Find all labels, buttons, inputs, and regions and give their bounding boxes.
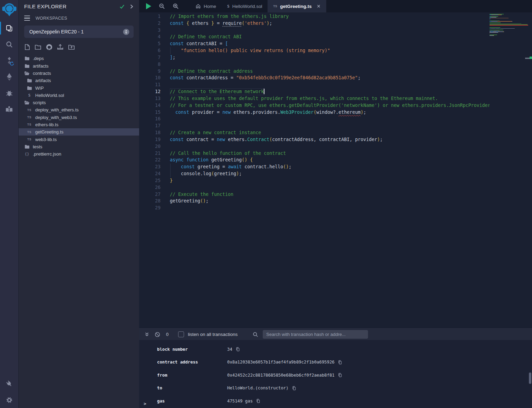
tree-item-wip[interactable]: WIP: [19, 84, 139, 91]
terminal-search-input[interactable]: [263, 330, 368, 339]
check-icon[interactable]: [119, 4, 125, 9]
zoom-in-icon[interactable]: [173, 3, 179, 9]
new-file-icon[interactable]: [25, 44, 30, 50]
line-number[interactable]: 24: [139, 170, 170, 177]
code-line-20[interactable]: 20: [139, 143, 532, 150]
code-line-28[interactable]: 28getGreeting();: [139, 198, 532, 205]
debugger-icon[interactable]: [0, 85, 18, 101]
terminal-scrollbar[interactable]: [529, 372, 531, 384]
code-editor[interactable]: 1// Import ethers from the ethers.js lib…: [139, 12, 532, 329]
code-line-17[interactable]: 17: [139, 122, 532, 129]
line-number[interactable]: 26: [139, 184, 170, 191]
code-line-10[interactable]: 10const contractAddress = "0xb54febb5c0c…: [139, 74, 532, 81]
line-number[interactable]: 20: [139, 143, 170, 150]
zoom-out-icon[interactable]: [159, 3, 165, 9]
tab-home[interactable]: Home: [190, 0, 222, 12]
tree-item-tests[interactable]: tests: [19, 143, 139, 150]
code-line-11[interactable]: 11: [139, 81, 532, 88]
terminal-prompt[interactable]: >: [144, 401, 146, 406]
run-script-button[interactable]: [146, 3, 151, 9]
upload-folder-icon[interactable]: [68, 44, 75, 50]
tree-item-contracts[interactable]: contracts: [19, 70, 139, 77]
search-icon[interactable]: [0, 36, 18, 52]
line-number[interactable]: 17: [139, 122, 170, 129]
code-line-16[interactable]: 16: [139, 116, 532, 122]
code-line-8[interactable]: 8: [139, 61, 532, 68]
line-number[interactable]: 2: [139, 20, 170, 27]
copy-icon[interactable]: [256, 398, 261, 404]
line-number[interactable]: 21: [139, 150, 170, 157]
line-number[interactable]: 3: [139, 27, 170, 34]
learn-icon[interactable]: [0, 101, 18, 117]
tree-item-artifacts[interactable]: artifacts: [19, 77, 139, 84]
line-number[interactable]: 13: [139, 95, 170, 102]
line-number[interactable]: 12: [139, 88, 170, 95]
line-number[interactable]: 1: [139, 13, 170, 20]
line-number[interactable]: 9: [139, 68, 170, 75]
line-number[interactable]: 8: [139, 61, 170, 68]
line-number[interactable]: 28: [139, 198, 170, 205]
line-number[interactable]: 22: [139, 157, 170, 163]
line-number[interactable]: 29: [139, 205, 170, 211]
code-line-4[interactable]: 4// Define the contract ABI: [139, 33, 532, 40]
code-line-5[interactable]: 5const contractABI = [: [139, 40, 532, 47]
new-folder-icon[interactable]: [35, 44, 41, 50]
line-number[interactable]: 14: [139, 102, 170, 109]
code-line-13[interactable]: 13// This example uses the default provi…: [139, 95, 532, 102]
line-number[interactable]: 10: [139, 74, 170, 81]
code-line-24[interactable]: 24 console.log(greeting);: [139, 170, 532, 177]
line-number[interactable]: 23: [139, 163, 170, 170]
code-line-7[interactable]: 7];: [139, 54, 532, 61]
tree-item-getgreeting-ts[interactable]: TSgetGreeting.ts: [19, 128, 139, 136]
tab-helloworld-sol[interactable]: S HelloWorld.sol: [222, 0, 268, 12]
line-number[interactable]: 27: [139, 191, 170, 198]
workspaces-menu-icon[interactable]: [24, 16, 30, 21]
code-line-25[interactable]: 25}: [139, 177, 532, 184]
copy-icon[interactable]: [338, 372, 342, 378]
close-tab-icon[interactable]: [317, 4, 321, 8]
tree-item-deploy-with-ethers-ts[interactable]: TSdeploy_with_ethers.ts: [19, 106, 139, 113]
settings-icon[interactable]: [0, 392, 18, 408]
code-line-12[interactable]: 12// Connect to the Ethereum network: [139, 88, 532, 95]
code-line-1[interactable]: 1// Import ethers from the ethers.js lib…: [139, 13, 532, 20]
tree-item-web3-lib-ts[interactable]: TSweb3-lib.ts: [19, 136, 139, 143]
line-number[interactable]: 11: [139, 81, 170, 88]
tab-getgreeting-ts[interactable]: TS getGreeting.ts: [268, 0, 326, 12]
line-number[interactable]: 15: [139, 109, 170, 116]
tree-item-deploy-with-web3-ts[interactable]: TSdeploy_with_web3.ts: [19, 114, 139, 121]
code-line-27[interactable]: 27// Execute the function: [139, 191, 532, 198]
collapse-terminal-icon[interactable]: [144, 332, 149, 337]
code-line-19[interactable]: 19const contract = new ethers.Contract(c…: [139, 136, 532, 143]
code-line-18[interactable]: 18// Create a new contract instance: [139, 129, 532, 136]
line-number[interactable]: 5: [139, 40, 170, 47]
copy-icon[interactable]: [292, 386, 297, 391]
copy-icon[interactable]: [235, 347, 240, 352]
remix-logo-icon[interactable]: [0, 0, 18, 20]
github-icon[interactable]: [46, 44, 52, 50]
copy-icon[interactable]: [338, 360, 342, 365]
code-line-6[interactable]: 6 "function hello() public view returns …: [139, 47, 532, 54]
tree-item--deps[interactable]: .deps: [19, 55, 139, 62]
deploy-run-icon[interactable]: [0, 69, 18, 85]
line-number[interactable]: 4: [139, 33, 170, 40]
line-number[interactable]: 7: [139, 54, 170, 61]
workspace-select[interactable]: OpenZeppelin ERC20 - 1: [24, 26, 134, 38]
tree-item--prettierrc-json[interactable]: {}.prettierrc.json: [19, 150, 139, 158]
file-explorer-icon[interactable]: [0, 20, 18, 36]
line-number[interactable]: 25: [139, 177, 170, 184]
code-line-26[interactable]: 26: [139, 184, 532, 191]
chevron-right-icon[interactable]: [129, 4, 134, 9]
upload-file-icon[interactable]: [57, 44, 64, 50]
line-number[interactable]: 6: [139, 47, 170, 54]
code-line-29[interactable]: 29: [139, 205, 532, 211]
tree-item-helloworld-sol[interactable]: SHelloWorld.sol: [19, 92, 139, 99]
code-line-2[interactable]: 2const { ethers } = require('ethers');: [139, 20, 532, 27]
clear-console-icon[interactable]: [155, 332, 160, 337]
solidity-compiler-icon[interactable]: [0, 52, 18, 69]
line-number[interactable]: 16: [139, 116, 170, 122]
plugin-manager-icon[interactable]: [0, 376, 18, 392]
code-line-15[interactable]: 15 const provider = new ethers.providers…: [139, 109, 532, 116]
code-line-14[interactable]: 14// For a testnet or custom RPC, use et…: [139, 102, 532, 109]
code-line-22[interactable]: 22async function getGreeting() {: [139, 157, 532, 163]
line-number[interactable]: 18: [139, 129, 170, 136]
